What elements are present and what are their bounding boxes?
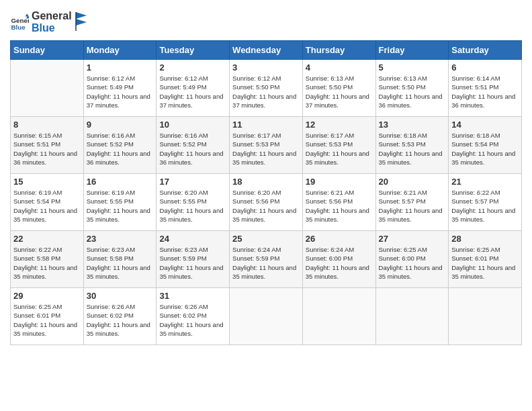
day-number: 6 xyxy=(451,62,519,73)
column-header-wednesday: Wednesday xyxy=(230,41,303,60)
calendar-cell: 13Sunrise: 6:18 AMSunset: 5:53 PMDayligh… xyxy=(375,117,449,174)
day-info: Sunrise: 6:20 AMSunset: 5:55 PMDaylight:… xyxy=(159,188,226,224)
day-number: 20 xyxy=(379,177,446,187)
calendar-cell: 9Sunrise: 6:16 AMSunset: 5:52 PMDaylight… xyxy=(83,117,157,174)
day-number: 5 xyxy=(379,62,446,73)
day-number: 16 xyxy=(87,177,154,187)
day-number: 23 xyxy=(87,234,154,244)
calendar-cell: 20Sunrise: 6:21 AMSunset: 5:57 PMDayligh… xyxy=(375,174,449,231)
day-info: Sunrise: 6:13 AMSunset: 5:50 PMDaylight:… xyxy=(306,74,373,109)
day-number: 26 xyxy=(306,234,373,244)
day-number: 15 xyxy=(13,177,81,187)
svg-marker-4 xyxy=(76,12,87,19)
day-number: 9 xyxy=(87,120,154,130)
day-info: Sunrise: 6:16 AMSunset: 5:52 PMDaylight:… xyxy=(87,131,154,167)
calendar-cell: 1Sunrise: 6:12 AMSunset: 5:49 PMDaylight… xyxy=(83,60,157,117)
day-number: 1 xyxy=(87,62,154,73)
day-number: 11 xyxy=(232,120,300,130)
day-info: Sunrise: 6:26 AMSunset: 6:02 PMDaylight:… xyxy=(159,302,226,338)
calendar-week-row: 1Sunrise: 6:12 AMSunset: 5:49 PMDaylight… xyxy=(11,60,522,117)
column-header-tuesday: Tuesday xyxy=(157,41,230,60)
day-info: Sunrise: 6:22 AMSunset: 5:57 PMDaylight:… xyxy=(451,188,519,224)
calendar-week-row: 22Sunrise: 6:22 AMSunset: 5:58 PMDayligh… xyxy=(11,231,522,288)
day-info: Sunrise: 6:12 AMSunset: 5:49 PMDaylight:… xyxy=(159,74,226,109)
calendar-cell: 26Sunrise: 6:24 AMSunset: 6:00 PMDayligh… xyxy=(302,231,375,288)
day-number: 27 xyxy=(379,234,446,244)
day-number: 3 xyxy=(232,62,300,73)
calendar-cell: 17Sunrise: 6:20 AMSunset: 5:55 PMDayligh… xyxy=(157,174,230,231)
day-info: Sunrise: 6:25 AMSunset: 6:01 PMDaylight:… xyxy=(451,245,519,281)
day-number: 21 xyxy=(451,177,519,187)
calendar-cell xyxy=(302,288,375,345)
day-info: Sunrise: 6:25 AMSunset: 6:01 PMDaylight:… xyxy=(13,302,81,338)
calendar-cell: 30Sunrise: 6:26 AMSunset: 6:02 PMDayligh… xyxy=(83,288,157,345)
calendar-cell: 5Sunrise: 6:13 AMSunset: 5:50 PMDaylight… xyxy=(375,60,449,117)
day-number: 17 xyxy=(159,177,226,187)
calendar-cell: 11Sunrise: 6:17 AMSunset: 5:53 PMDayligh… xyxy=(230,117,303,174)
calendar-cell: 27Sunrise: 6:25 AMSunset: 6:00 PMDayligh… xyxy=(375,231,449,288)
logo: General Blue General Blue xyxy=(10,10,88,34)
calendar-cell: 28Sunrise: 6:25 AMSunset: 6:01 PMDayligh… xyxy=(449,231,522,288)
day-info: Sunrise: 6:25 AMSunset: 6:00 PMDaylight:… xyxy=(379,245,446,281)
calendar-cell: 19Sunrise: 6:21 AMSunset: 5:56 PMDayligh… xyxy=(302,174,375,231)
day-info: Sunrise: 6:19 AMSunset: 5:55 PMDaylight:… xyxy=(87,188,154,224)
calendar-cell: 2Sunrise: 6:12 AMSunset: 5:49 PMDaylight… xyxy=(157,60,230,117)
calendar-cell xyxy=(230,288,303,345)
day-info: Sunrise: 6:18 AMSunset: 5:53 PMDaylight:… xyxy=(379,131,446,167)
logo-icon: General Blue xyxy=(10,13,29,32)
day-info: Sunrise: 6:18 AMSunset: 5:54 PMDaylight:… xyxy=(451,131,519,167)
svg-text:Blue: Blue xyxy=(11,24,26,31)
calendar-cell: 18Sunrise: 6:20 AMSunset: 5:56 PMDayligh… xyxy=(230,174,303,231)
calendar-cell: 22Sunrise: 6:22 AMSunset: 5:58 PMDayligh… xyxy=(11,231,84,288)
day-number: 25 xyxy=(232,234,300,244)
day-info: Sunrise: 6:23 AMSunset: 5:58 PMDaylight:… xyxy=(87,245,154,281)
day-number: 18 xyxy=(232,177,300,187)
day-number: 31 xyxy=(159,291,226,301)
day-info: Sunrise: 6:17 AMSunset: 5:53 PMDaylight:… xyxy=(232,131,300,167)
day-number: 19 xyxy=(306,177,373,187)
calendar-cell xyxy=(375,288,449,345)
day-number: 30 xyxy=(87,291,154,301)
calendar-cell: 10Sunrise: 6:16 AMSunset: 5:52 PMDayligh… xyxy=(157,117,230,174)
calendar-cell: 15Sunrise: 6:19 AMSunset: 5:54 PMDayligh… xyxy=(11,174,84,231)
day-info: Sunrise: 6:24 AMSunset: 5:59 PMDaylight:… xyxy=(232,245,300,281)
day-info: Sunrise: 6:26 AMSunset: 6:02 PMDaylight:… xyxy=(87,302,154,338)
calendar-cell: 12Sunrise: 6:17 AMSunset: 5:53 PMDayligh… xyxy=(302,117,375,174)
column-header-sunday: Sunday xyxy=(11,41,84,60)
calendar-cell xyxy=(11,60,84,117)
day-number: 4 xyxy=(306,62,373,73)
day-number: 8 xyxy=(13,120,81,130)
calendar-cell: 21Sunrise: 6:22 AMSunset: 5:57 PMDayligh… xyxy=(449,174,522,231)
calendar-cell: 8Sunrise: 6:15 AMSunset: 5:51 PMDaylight… xyxy=(11,117,84,174)
header: General Blue General Blue xyxy=(10,10,522,34)
day-info: Sunrise: 6:19 AMSunset: 5:54 PMDaylight:… xyxy=(13,188,81,224)
day-info: Sunrise: 6:20 AMSunset: 5:56 PMDaylight:… xyxy=(232,188,300,224)
calendar-cell: 14Sunrise: 6:18 AMSunset: 5:54 PMDayligh… xyxy=(449,117,522,174)
day-info: Sunrise: 6:15 AMSunset: 5:51 PMDaylight:… xyxy=(13,131,81,167)
day-number: 24 xyxy=(159,234,226,244)
column-header-thursday: Thursday xyxy=(302,41,375,60)
day-info: Sunrise: 6:12 AMSunset: 5:49 PMDaylight:… xyxy=(87,74,154,109)
calendar-cell: 29Sunrise: 6:25 AMSunset: 6:01 PMDayligh… xyxy=(11,288,84,345)
day-info: Sunrise: 6:22 AMSunset: 5:58 PMDaylight:… xyxy=(13,245,81,281)
calendar-cell: 3Sunrise: 6:12 AMSunset: 5:50 PMDaylight… xyxy=(230,60,303,117)
calendar-table: SundayMondayTuesdayWednesdayThursdayFrid… xyxy=(10,40,522,345)
column-header-saturday: Saturday xyxy=(449,41,522,60)
day-number: 13 xyxy=(379,120,446,130)
day-number: 2 xyxy=(159,62,226,73)
calendar-header-row: SundayMondayTuesdayWednesdayThursdayFrid… xyxy=(11,41,522,60)
day-info: Sunrise: 6:24 AMSunset: 6:00 PMDaylight:… xyxy=(306,245,373,281)
calendar-cell: 24Sunrise: 6:23 AMSunset: 5:59 PMDayligh… xyxy=(157,231,230,288)
logo-general: General xyxy=(32,10,72,22)
calendar-week-row: 15Sunrise: 6:19 AMSunset: 5:54 PMDayligh… xyxy=(11,174,522,231)
day-number: 14 xyxy=(451,120,519,130)
calendar-cell xyxy=(449,288,522,345)
day-info: Sunrise: 6:16 AMSunset: 5:52 PMDaylight:… xyxy=(159,131,226,167)
column-header-friday: Friday xyxy=(375,41,449,60)
day-number: 28 xyxy=(451,234,519,244)
day-info: Sunrise: 6:21 AMSunset: 5:56 PMDaylight:… xyxy=(306,188,373,224)
calendar-cell: 4Sunrise: 6:13 AMSunset: 5:50 PMDaylight… xyxy=(302,60,375,117)
day-info: Sunrise: 6:17 AMSunset: 5:53 PMDaylight:… xyxy=(306,131,373,167)
day-number: 12 xyxy=(306,120,373,130)
day-info: Sunrise: 6:12 AMSunset: 5:50 PMDaylight:… xyxy=(232,74,300,109)
